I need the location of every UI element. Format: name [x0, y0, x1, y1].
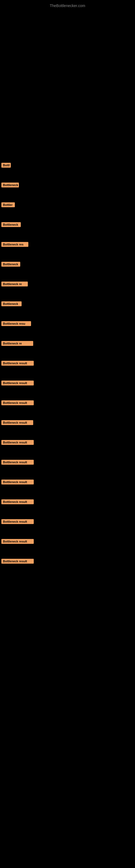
bottleneck-item-5: Bottleneck res [1, 242, 28, 247]
bottleneck-item-9: Bottleneck resu [1, 321, 31, 326]
bottleneck-item-18: Bottleneck result [1, 499, 34, 504]
bottleneck-item-11: Bottleneck result [1, 361, 34, 366]
bottleneck-item-8: Bottleneck [1, 301, 21, 306]
bottleneck-item-20: Bottleneck result [1, 539, 34, 544]
bottleneck-item-10: Bottleneck re [1, 341, 33, 346]
bottleneck-item-3: Bottler [1, 203, 15, 207]
bottleneck-item-6: Bottleneck [1, 262, 20, 267]
bottleneck-item-14: Bottleneck result [1, 420, 33, 425]
bottleneck-item-13: Bottleneck result [1, 400, 34, 405]
bottleneck-item-15: Bottleneck result [1, 440, 34, 445]
bottleneck-item-21: Bottleneck result [1, 559, 34, 564]
bottleneck-item-19: Bottleneck result [1, 519, 34, 524]
site-title: TheBottlenecker.com [0, 1, 135, 10]
bottleneck-item-16: Bottleneck result [1, 460, 34, 465]
results-container: Bottl Bottleneck Bottler Bottleneck Bott… [0, 163, 81, 566]
bottleneck-item-4: Bottleneck [1, 222, 21, 227]
bottleneck-item-7: Bottleneck re [1, 282, 28, 286]
bottleneck-item-17: Bottleneck result [1, 479, 34, 485]
bottleneck-item-12: Bottleneck result [1, 380, 34, 385]
bottleneck-item-2: Bottleneck [1, 183, 19, 187]
bottleneck-item-1: Bottl [1, 163, 11, 167]
